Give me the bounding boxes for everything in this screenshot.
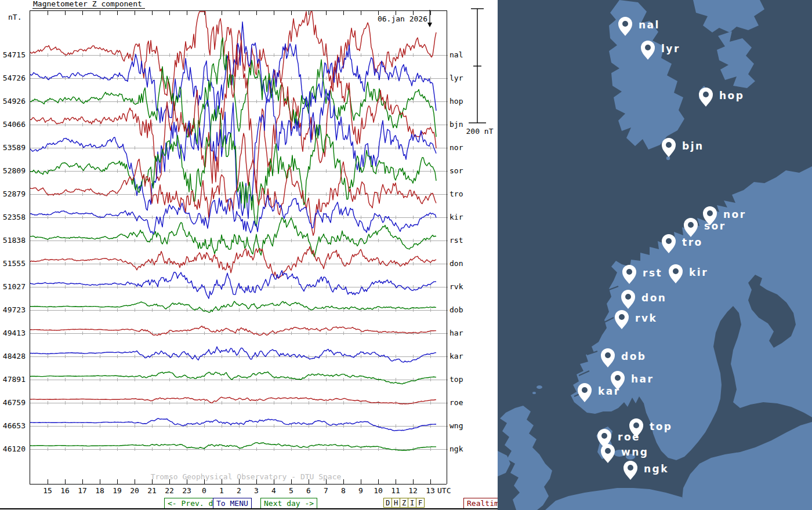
component-button-I[interactable]: I bbox=[408, 498, 416, 508]
hour-tick-label: 9 bbox=[358, 486, 363, 495]
pin-hole bbox=[601, 433, 607, 439]
map-pin-label: rst bbox=[643, 267, 662, 279]
station-code-label: nal bbox=[449, 50, 463, 59]
shetland bbox=[536, 385, 542, 389]
station-map-panel: nallyrhopbjnnorsortrokirrstdonrvkdobhark… bbox=[498, 0, 812, 510]
map-pin-label: rvk bbox=[635, 312, 657, 324]
map-pin-label: roe bbox=[618, 431, 640, 443]
scale-bar-label: 200 nT bbox=[466, 127, 494, 136]
hour-tick-label: 15 bbox=[43, 486, 52, 495]
station-code-label: top bbox=[449, 375, 463, 384]
pin-hole bbox=[625, 294, 631, 300]
baseline-value-label: 48428 bbox=[3, 352, 26, 360]
trace-dob bbox=[30, 301, 436, 312]
trace-nor bbox=[30, 80, 436, 218]
baseline-value-label: 46759 bbox=[3, 398, 26, 407]
map-pin-label: top bbox=[650, 421, 672, 432]
magnetogram-chart: 151617181920212223012345678910111213UTCM… bbox=[0, 0, 498, 497]
pin-hole bbox=[619, 314, 625, 320]
map-pin-label: kar bbox=[598, 385, 621, 397]
trace-top bbox=[30, 372, 436, 384]
hour-tick-label: 1 bbox=[219, 486, 224, 495]
trace-don bbox=[30, 247, 436, 279]
map-pin-label: nor bbox=[723, 209, 746, 220]
station-code-label: bjn bbox=[449, 120, 463, 129]
gridlines bbox=[30, 53, 448, 451]
trace-kir bbox=[30, 195, 436, 234]
map-pin-label: hop bbox=[719, 90, 744, 101]
hour-tick-label: 13 bbox=[426, 486, 435, 495]
pin-hole bbox=[707, 210, 713, 216]
date-label: 06.jan 2026 bbox=[378, 14, 427, 23]
map-pin-label: ngk bbox=[644, 463, 669, 475]
hour-tick-label: 20 bbox=[130, 486, 139, 495]
station-code-label: kir bbox=[449, 213, 463, 221]
station-code-label: sor bbox=[449, 166, 463, 175]
station-code-label: rvk bbox=[449, 282, 463, 291]
baseline-value-label: 51555 bbox=[3, 259, 26, 268]
station-code-label: rst bbox=[449, 236, 463, 245]
station-code-label: har bbox=[449, 329, 463, 337]
trace-rst bbox=[30, 217, 436, 257]
trace-kar bbox=[30, 347, 436, 362]
hour-tick-label: 2 bbox=[237, 486, 241, 495]
station-code-label: lyr bbox=[449, 74, 463, 82]
hour-tick-label: 21 bbox=[147, 486, 157, 495]
hour-tick-label: 19 bbox=[113, 486, 122, 495]
island-bjornoya bbox=[666, 156, 670, 160]
magnetometer-app: 151617181920212223012345678910111213UTCM… bbox=[0, 0, 812, 510]
map-pin-label: wng bbox=[621, 446, 648, 458]
baseline-value-label: 52879 bbox=[3, 190, 26, 198]
baseline-value-label: 54726 bbox=[3, 74, 26, 82]
pin-hole bbox=[628, 465, 633, 471]
current-time-arrow bbox=[427, 10, 432, 27]
pin-hole bbox=[605, 352, 611, 358]
map-pin-label: har bbox=[631, 373, 654, 385]
pin-hole bbox=[703, 92, 709, 97]
map-pin-label: kir bbox=[689, 267, 708, 278]
component-button-H[interactable]: H bbox=[392, 498, 400, 508]
baseline-value-label: 52358 bbox=[3, 213, 26, 221]
pin-hole bbox=[626, 269, 632, 275]
pin-hole bbox=[666, 238, 672, 244]
utc-label: UTC bbox=[437, 486, 451, 495]
baseline-value-label: 53589 bbox=[3, 143, 26, 152]
hour-tick-label: 10 bbox=[374, 486, 383, 495]
map-pin-label: sor bbox=[704, 220, 726, 232]
station-code-label: kar bbox=[449, 352, 463, 360]
map-pin-label: don bbox=[641, 292, 666, 304]
hour-tick-label: 23 bbox=[182, 486, 191, 495]
station-code-label: don bbox=[449, 259, 463, 268]
baseline-value-label: 51027 bbox=[3, 282, 26, 291]
hour-tick-label: 22 bbox=[165, 486, 174, 495]
baseline-value-label: 46653 bbox=[3, 421, 26, 430]
hour-tick-label: 18 bbox=[95, 486, 104, 495]
next-day-button[interactable]: Next day -> bbox=[260, 498, 317, 509]
scale-bar bbox=[469, 9, 486, 123]
component-button-Z[interactable]: Z bbox=[400, 498, 408, 508]
pin-hole bbox=[673, 268, 679, 274]
map-pin-label: lyr bbox=[661, 43, 680, 54]
hour-tick-label: 17 bbox=[78, 486, 87, 495]
station-map: nallyrhopbjnnorsortrokirrstdonrvkdobhark… bbox=[498, 0, 812, 510]
component-button-F[interactable]: F bbox=[416, 498, 425, 508]
hour-tick-label: 0 bbox=[202, 486, 206, 495]
trace-nal bbox=[30, 12, 436, 104]
station-code-label: roe bbox=[449, 398, 463, 407]
trace-har bbox=[30, 326, 436, 336]
station-code-label: wng bbox=[449, 421, 463, 430]
axes bbox=[30, 8, 447, 484]
to-menu-button[interactable]: To MENU bbox=[213, 498, 252, 509]
hour-tick-label: 4 bbox=[271, 486, 276, 495]
hour-tick-label: 16 bbox=[60, 486, 70, 495]
map-pin-label: dob bbox=[621, 351, 647, 362]
pin-hole bbox=[633, 422, 639, 428]
pin-hole bbox=[622, 21, 628, 27]
trace-tro bbox=[30, 133, 436, 235]
baseline-value-label: 54066 bbox=[3, 120, 26, 129]
component-button-D[interactable]: D bbox=[383, 498, 392, 508]
hour-tick-label: 11 bbox=[391, 486, 400, 495]
baseline-value-label: 54715 bbox=[3, 50, 26, 59]
baseline-value-label: 51838 bbox=[3, 236, 26, 245]
station-code-label: nor bbox=[449, 143, 463, 152]
